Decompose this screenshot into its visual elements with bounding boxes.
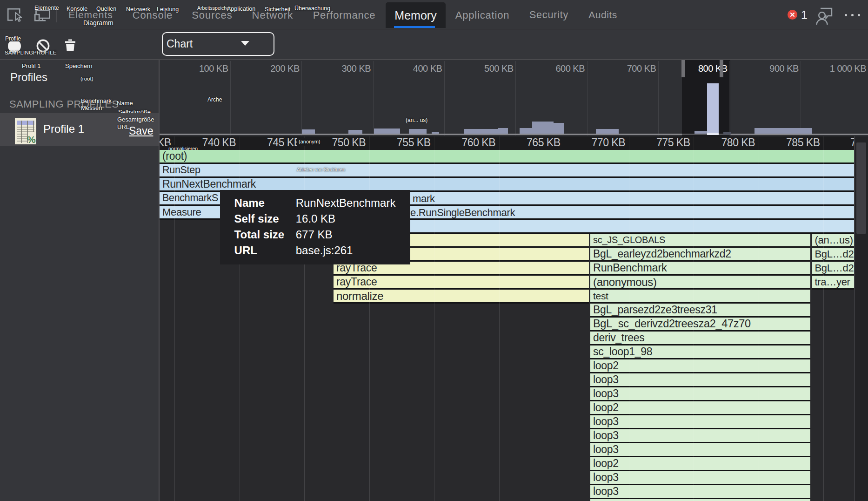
svg-text:%: % [27,134,36,144]
